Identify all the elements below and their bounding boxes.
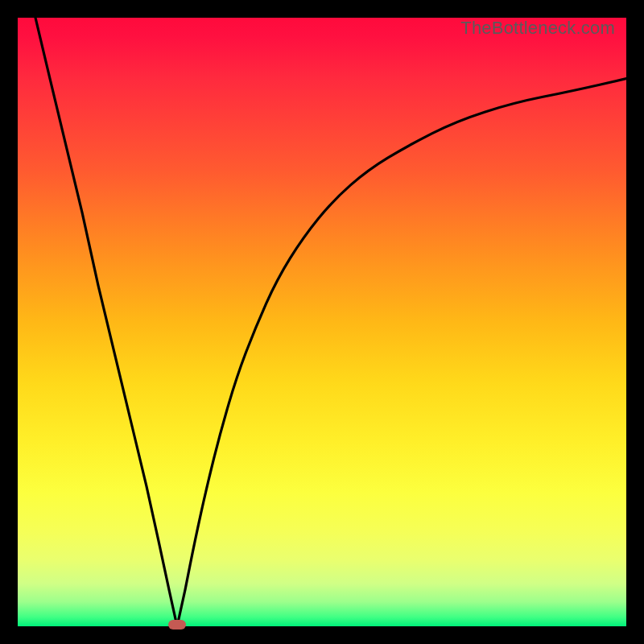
chart-frame: TheBottleneck.com: [8, 8, 636, 636]
plot-area: TheBottleneck.com: [18, 18, 626, 626]
bottleneck-curve: [18, 18, 626, 626]
curve-path: [35, 18, 626, 626]
optimum-marker: [168, 620, 186, 630]
